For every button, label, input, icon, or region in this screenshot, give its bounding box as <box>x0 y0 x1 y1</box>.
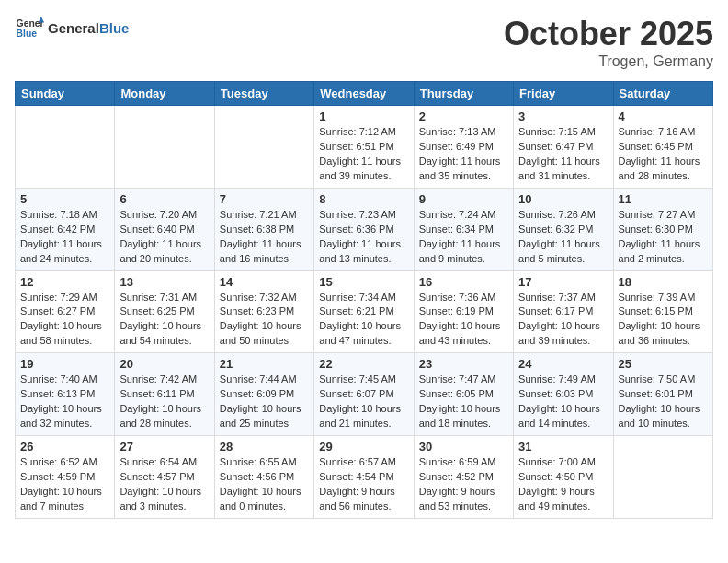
day-number: 22 <box>319 357 408 371</box>
day-number: 21 <box>220 357 309 371</box>
day-info: Sunrise: 7:34 AM Sunset: 6:21 PM Dayligh… <box>319 291 408 350</box>
svg-text:Blue: Blue <box>17 29 38 39</box>
weekday-header-wednesday: Wednesday <box>314 82 414 106</box>
calendar-cell: 25Sunrise: 7:50 AM Sunset: 6:01 PM Dayli… <box>613 353 712 436</box>
day-info: Sunrise: 7:31 AM Sunset: 6:25 PM Dayligh… <box>119 291 209 350</box>
calendar-cell: 8Sunrise: 7:23 AM Sunset: 6:36 PM Daylig… <box>314 188 414 270</box>
day-number: 12 <box>20 275 109 289</box>
calendar-cell <box>16 106 115 189</box>
logo-icon: General Blue <box>15 15 44 40</box>
calendar-cell: 4Sunrise: 7:16 AM Sunset: 6:45 PM Daylig… <box>613 106 712 189</box>
day-info: Sunrise: 6:55 AM Sunset: 4:56 PM Dayligh… <box>220 455 309 514</box>
day-info: Sunrise: 7:18 AM Sunset: 6:42 PM Dayligh… <box>20 208 109 267</box>
calendar-header-row: SundayMondayTuesdayWednesdayThursdayFrid… <box>16 82 713 106</box>
calendar-cell: 21Sunrise: 7:44 AM Sunset: 6:09 PM Dayli… <box>214 353 313 436</box>
day-info: Sunrise: 7:15 AM Sunset: 6:47 PM Dayligh… <box>518 125 608 184</box>
day-number: 5 <box>20 192 109 206</box>
day-info: Sunrise: 7:21 AM Sunset: 6:38 PM Dayligh… <box>220 208 309 267</box>
calendar-cell: 10Sunrise: 7:26 AM Sunset: 6:32 PM Dayli… <box>514 188 613 270</box>
day-info: Sunrise: 7:44 AM Sunset: 6:09 PM Dayligh… <box>220 373 309 431</box>
day-info: Sunrise: 7:27 AM Sunset: 6:30 PM Dayligh… <box>619 208 708 267</box>
day-info: Sunrise: 7:36 AM Sunset: 6:19 PM Dayligh… <box>419 291 508 350</box>
day-number: 26 <box>20 440 109 454</box>
weekday-header-monday: Monday <box>115 82 214 106</box>
day-info: Sunrise: 6:57 AM Sunset: 4:54 PM Dayligh… <box>319 455 408 514</box>
day-number: 28 <box>220 440 309 454</box>
day-info: Sunrise: 6:52 AM Sunset: 4:59 PM Dayligh… <box>20 455 109 514</box>
calendar-cell: 5Sunrise: 7:18 AM Sunset: 6:42 PM Daylig… <box>16 188 115 270</box>
calendar-cell <box>115 106 214 189</box>
day-number: 29 <box>319 440 408 454</box>
calendar-cell: 13Sunrise: 7:31 AM Sunset: 6:25 PM Dayli… <box>115 270 214 353</box>
calendar-cell: 28Sunrise: 6:55 AM Sunset: 4:56 PM Dayli… <box>214 436 313 519</box>
day-number: 16 <box>419 275 508 289</box>
day-number: 13 <box>119 275 209 289</box>
day-info: Sunrise: 7:13 AM Sunset: 6:49 PM Dayligh… <box>419 125 508 184</box>
calendar-cell: 22Sunrise: 7:45 AM Sunset: 6:07 PM Dayli… <box>314 353 414 436</box>
day-number: 4 <box>619 109 708 123</box>
calendar-week-row: 5Sunrise: 7:18 AM Sunset: 6:42 PM Daylig… <box>16 188 713 270</box>
calendar-week-row: 26Sunrise: 6:52 AM Sunset: 4:59 PM Dayli… <box>16 436 713 519</box>
calendar-cell: 31Sunrise: 7:00 AM Sunset: 4:50 PM Dayli… <box>514 436 613 519</box>
calendar-cell: 26Sunrise: 6:52 AM Sunset: 4:59 PM Dayli… <box>16 436 115 519</box>
calendar-week-row: 12Sunrise: 7:29 AM Sunset: 6:27 PM Dayli… <box>16 270 713 353</box>
calendar-cell: 12Sunrise: 7:29 AM Sunset: 6:27 PM Dayli… <box>16 270 115 353</box>
day-number: 6 <box>119 192 209 206</box>
title-block: October 2025 Trogen, Germany <box>504 15 713 70</box>
calendar-cell: 20Sunrise: 7:42 AM Sunset: 6:11 PM Dayli… <box>115 353 214 436</box>
day-info: Sunrise: 7:49 AM Sunset: 6:03 PM Dayligh… <box>518 373 608 431</box>
calendar-cell: 2Sunrise: 7:13 AM Sunset: 6:49 PM Daylig… <box>414 106 513 189</box>
day-number: 10 <box>518 192 608 206</box>
day-info: Sunrise: 7:23 AM Sunset: 6:36 PM Dayligh… <box>319 208 408 267</box>
calendar-cell: 27Sunrise: 6:54 AM Sunset: 4:57 PM Dayli… <box>115 436 214 519</box>
calendar-cell: 23Sunrise: 7:47 AM Sunset: 6:05 PM Dayli… <box>414 353 513 436</box>
calendar-week-row: 1Sunrise: 7:12 AM Sunset: 6:51 PM Daylig… <box>16 106 713 189</box>
calendar-cell: 17Sunrise: 7:37 AM Sunset: 6:17 PM Dayli… <box>514 270 613 353</box>
day-number: 23 <box>419 357 508 371</box>
day-number: 27 <box>119 440 209 454</box>
day-number: 11 <box>619 192 708 206</box>
day-info: Sunrise: 7:47 AM Sunset: 6:05 PM Dayligh… <box>419 373 508 431</box>
day-info: Sunrise: 7:12 AM Sunset: 6:51 PM Dayligh… <box>319 125 408 184</box>
day-info: Sunrise: 7:16 AM Sunset: 6:45 PM Dayligh… <box>619 125 708 184</box>
day-info: Sunrise: 6:54 AM Sunset: 4:57 PM Dayligh… <box>119 455 209 514</box>
day-info: Sunrise: 7:32 AM Sunset: 6:23 PM Dayligh… <box>220 291 309 350</box>
logo: General Blue GeneralBlue <box>15 15 129 40</box>
calendar-week-row: 19Sunrise: 7:40 AM Sunset: 6:13 PM Dayli… <box>16 353 713 436</box>
day-info: Sunrise: 7:26 AM Sunset: 6:32 PM Dayligh… <box>518 208 608 267</box>
day-number: 3 <box>518 109 608 123</box>
day-info: Sunrise: 7:50 AM Sunset: 6:01 PM Dayligh… <box>619 373 708 431</box>
day-number: 8 <box>319 192 408 206</box>
day-number: 20 <box>119 357 209 371</box>
day-number: 31 <box>518 440 608 454</box>
day-number: 14 <box>220 275 309 289</box>
day-number: 1 <box>319 109 408 123</box>
calendar-cell: 19Sunrise: 7:40 AM Sunset: 6:13 PM Dayli… <box>16 353 115 436</box>
weekday-header-saturday: Saturday <box>613 82 712 106</box>
calendar-cell: 18Sunrise: 7:39 AM Sunset: 6:15 PM Dayli… <box>613 270 712 353</box>
day-number: 17 <box>518 275 608 289</box>
calendar-cell: 3Sunrise: 7:15 AM Sunset: 6:47 PM Daylig… <box>514 106 613 189</box>
weekday-header-tuesday: Tuesday <box>214 82 313 106</box>
day-number: 2 <box>419 109 508 123</box>
weekday-header-thursday: Thursday <box>414 82 513 106</box>
calendar-cell: 11Sunrise: 7:27 AM Sunset: 6:30 PM Dayli… <box>613 188 712 270</box>
calendar-cell: 14Sunrise: 7:32 AM Sunset: 6:23 PM Dayli… <box>214 270 313 353</box>
day-number: 9 <box>419 192 508 206</box>
day-number: 18 <box>619 275 708 289</box>
day-info: Sunrise: 7:24 AM Sunset: 6:34 PM Dayligh… <box>419 208 508 267</box>
day-number: 30 <box>419 440 508 454</box>
calendar-cell: 29Sunrise: 6:57 AM Sunset: 4:54 PM Dayli… <box>314 436 414 519</box>
day-number: 19 <box>20 357 109 371</box>
day-info: Sunrise: 6:59 AM Sunset: 4:52 PM Dayligh… <box>419 455 508 514</box>
weekday-header-friday: Friday <box>514 82 613 106</box>
calendar-cell: 7Sunrise: 7:21 AM Sunset: 6:38 PM Daylig… <box>214 188 313 270</box>
calendar-cell <box>613 436 712 519</box>
calendar-cell: 6Sunrise: 7:20 AM Sunset: 6:40 PM Daylig… <box>115 188 214 270</box>
day-info: Sunrise: 7:40 AM Sunset: 6:13 PM Dayligh… <box>20 373 109 431</box>
day-number: 24 <box>518 357 608 371</box>
day-info: Sunrise: 7:45 AM Sunset: 6:07 PM Dayligh… <box>319 373 408 431</box>
calendar-cell <box>214 106 313 189</box>
day-number: 25 <box>619 357 708 371</box>
logo-text-general: General <box>48 20 99 36</box>
